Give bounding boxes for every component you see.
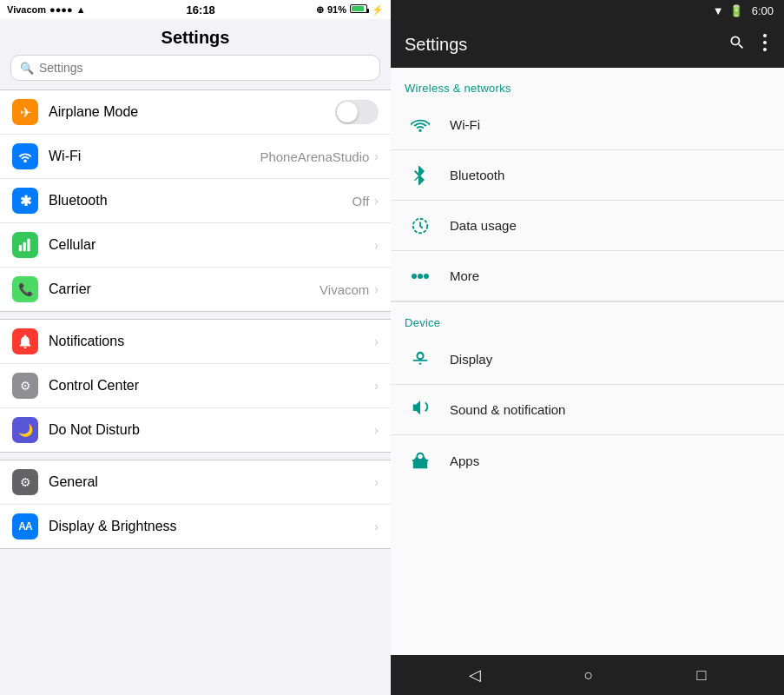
android-wifi-icon (405, 118, 436, 132)
carrier-value: Vivacom (320, 282, 369, 297)
svg-point-5 (763, 48, 767, 51)
android-row-apps[interactable]: Apps (391, 435, 784, 486)
ios-group-connectivity: ✈ Airplane Mode Wi-Fi PhoneArenaStudio › (0, 89, 391, 312)
android-apps-label: Apps (450, 453, 479, 468)
ios-carrier: Vivacom (7, 4, 46, 15)
android-row-sound[interactable]: Sound & notification (391, 385, 784, 435)
ios-row-control-center[interactable]: ⚙ Control Center › (0, 364, 391, 408)
general-icon: ⚙ (12, 469, 38, 495)
wifi-label: Wi-Fi (49, 149, 260, 164)
android-more-icon (405, 274, 436, 279)
ios-status-left: Vivacom ●●●● ▲ (7, 4, 86, 15)
ios-row-do-not-disturb[interactable]: 🌙 Do Not Disturb › (0, 408, 391, 452)
ios-row-wifi[interactable]: Wi-Fi PhoneArenaStudio › (0, 135, 391, 179)
cellular-icon (12, 232, 38, 258)
carrier-icon: 📞 (12, 276, 38, 302)
android-home-button[interactable]: ○ (567, 659, 611, 692)
ios-group-system: Notifications › ⚙ Control Center › 🌙 Do … (0, 319, 391, 453)
android-panel: ▼ 🔋 6:00 Settings Wireless & networks (391, 0, 784, 695)
android-nav-bar: ◁ ○ □ (391, 655, 784, 695)
cellular-label: Cellular (49, 237, 374, 253)
ios-row-display-brightness[interactable]: AA Display & Brightness › (0, 505, 391, 548)
notifications-label: Notifications (49, 334, 374, 349)
android-data-usage-label: Data usage (450, 218, 517, 233)
bluetooth-chevron: › (374, 194, 379, 208)
android-data-usage-icon (405, 216, 436, 235)
svg-point-3 (763, 34, 767, 37)
carrier-chevron: › (374, 282, 379, 296)
android-bluetooth-icon (405, 166, 436, 185)
android-wifi-label: Wi-Fi (450, 117, 480, 132)
ios-section-connectivity: ✈ Airplane Mode Wi-Fi PhoneArenaStudio › (0, 89, 391, 312)
android-sound-label: Sound & notification (450, 402, 565, 417)
svg-rect-1 (23, 242, 26, 251)
control-center-label: Control Center (49, 378, 374, 394)
android-row-display[interactable]: Display (391, 334, 784, 385)
android-wifi-status-icon: ▼ (713, 4, 724, 17)
android-search-button[interactable] (725, 30, 749, 59)
android-status-bar: ▼ 🔋 6:00 (391, 0, 784, 21)
ios-row-cellular[interactable]: Cellular › (0, 223, 391, 268)
android-title: Settings (405, 35, 715, 55)
wifi-chevron: › (374, 149, 379, 163)
svg-point-7 (412, 274, 417, 279)
android-row-data-usage[interactable]: Data usage (391, 201, 784, 251)
android-battery-status-icon: 🔋 (729, 4, 743, 17)
notifications-icon (12, 328, 38, 354)
ios-row-notifications[interactable]: Notifications › (0, 320, 391, 364)
android-apps-icon (405, 451, 436, 470)
svg-rect-0 (19, 245, 22, 251)
android-display-icon (405, 350, 436, 369)
android-section-header-device: Device (391, 302, 784, 334)
ios-title: Settings (0, 19, 391, 55)
airplane-mode-icon: ✈ (12, 99, 38, 125)
ios-battery-icon: ⚡ (350, 4, 384, 16)
android-content: Wireless & networks Wi-Fi Bluetooth (391, 68, 784, 655)
ios-status-right: ⊕ 91% ⚡ (316, 4, 384, 16)
ios-section-system: Notifications › ⚙ Control Center › 🌙 Do … (0, 319, 391, 453)
android-recents-button[interactable]: □ (680, 659, 724, 692)
ios-search-icon: 🔍 (20, 62, 34, 75)
android-row-wifi[interactable]: Wi-Fi (391, 100, 784, 150)
general-chevron: › (374, 475, 379, 489)
ios-row-general[interactable]: ⚙ General › (0, 460, 391, 505)
ios-battery-percent: 91% (327, 4, 346, 15)
android-toolbar: Settings (391, 21, 784, 68)
ios-status-bar: Vivacom ●●●● ▲ 16:18 ⊕ 91% ⚡ (0, 0, 391, 19)
ios-panel: Vivacom ●●●● ▲ 16:18 ⊕ 91% ⚡ Settings 🔍 … (0, 0, 391, 695)
android-display-label: Display (450, 352, 492, 367)
android-more-button[interactable] (760, 30, 770, 59)
control-center-icon: ⚙ (12, 373, 38, 399)
airplane-mode-toggle[interactable] (335, 100, 379, 124)
bluetooth-value: Off (352, 194, 370, 208)
carrier-label: Carrier (49, 281, 320, 297)
ios-status-time: 16:18 (187, 3, 215, 17)
android-bluetooth-label: Bluetooth (450, 168, 504, 182)
ios-section-device: ⚙ General › AA Display & Brightness › (0, 460, 391, 549)
do-not-disturb-chevron: › (374, 423, 379, 437)
android-more-label: More (450, 268, 479, 283)
ios-search-bar[interactable]: 🔍 (10, 55, 380, 81)
notifications-chevron: › (374, 334, 379, 348)
general-label: General (49, 474, 374, 490)
airplane-mode-toggle-knob (337, 102, 358, 122)
ios-row-airplane-mode[interactable]: ✈ Airplane Mode (0, 90, 391, 135)
android-row-bluetooth[interactable]: Bluetooth (391, 150, 784, 201)
android-section-header-wireless: Wireless & networks (391, 68, 784, 100)
bluetooth-icon: ✱ (12, 188, 38, 214)
ios-search-input[interactable] (39, 61, 371, 75)
android-row-more[interactable]: More (391, 251, 784, 301)
android-back-button[interactable]: ◁ (451, 659, 498, 692)
display-brightness-chevron: › (374, 520, 379, 533)
ios-row-carrier[interactable]: 📞 Carrier Vivacom › (0, 268, 391, 311)
wifi-value: PhoneArenaStudio (260, 149, 369, 164)
ios-wifi-icon: ●●●● (49, 4, 73, 15)
android-status-time: 6:00 (752, 4, 774, 17)
cellular-chevron: › (374, 238, 379, 252)
ios-location-icon: ⊕ (316, 4, 324, 16)
svg-rect-2 (27, 239, 30, 251)
do-not-disturb-icon: 🌙 (12, 417, 38, 443)
ios-row-bluetooth[interactable]: ✱ Bluetooth Off › (0, 179, 391, 223)
airplane-mode-label: Airplane Mode (49, 104, 335, 120)
svg-point-9 (424, 274, 429, 279)
